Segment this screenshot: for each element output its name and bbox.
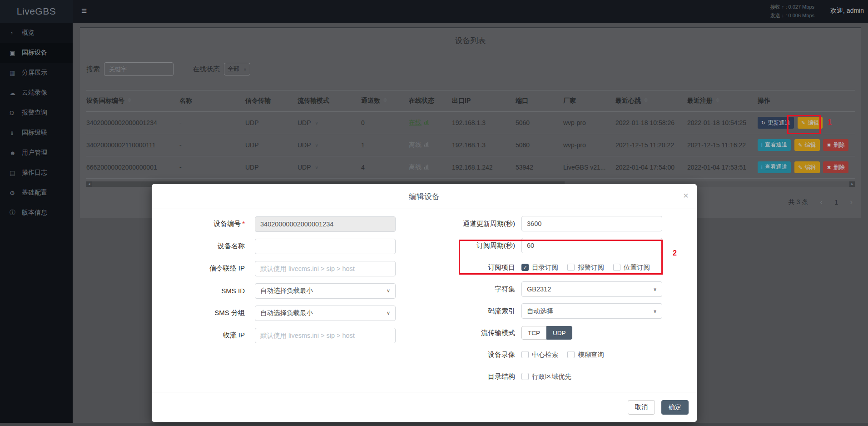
sidebar-item-operation-log[interactable]: ▤操作日志 xyxy=(0,163,73,183)
vendor: wvp-pro xyxy=(563,141,615,149)
last-register: 2021-12-15 11:16:22 xyxy=(687,141,758,149)
sms-group-label: SMS 分组 xyxy=(152,309,245,317)
alarm-subscribe-checkbox[interactable]: 报警订阅 xyxy=(567,263,604,272)
stream-index-select[interactable]: 自动选择∨ xyxy=(521,303,662,319)
vendor: wvp-pro xyxy=(563,119,615,126)
x-icon: ✖ xyxy=(827,142,831,148)
users-icon: ☻ xyxy=(10,150,22,156)
search-input[interactable] xyxy=(104,62,174,76)
col-last-register[interactable]: 最近注册 xyxy=(687,97,758,105)
update-channels-button[interactable]: ↻更新通道 xyxy=(758,117,794,129)
stream-mode-select[interactable]: UDP∨ xyxy=(298,119,361,126)
sidebar-item-basic-config[interactable]: ⚙基础配置 xyxy=(0,183,73,203)
close-icon[interactable]: × xyxy=(683,190,689,201)
edit-button[interactable]: ✎编辑 xyxy=(798,117,823,129)
last-register: 2022-01-04 17:53:51 xyxy=(687,164,758,171)
sidebar-item-gb-cascade[interactable]: ⇪国标级联 xyxy=(0,123,73,143)
scroll-right-icon[interactable]: ▸ xyxy=(849,181,855,187)
stream-mode-select[interactable]: UDP∨ xyxy=(298,164,361,171)
confirm-button[interactable]: 确定 xyxy=(661,400,689,415)
scroll-left-icon[interactable]: ◂ xyxy=(86,181,92,187)
next-page-icon[interactable]: › xyxy=(850,197,853,207)
position-subscribe-checkbox[interactable]: 位置订阅 xyxy=(613,263,650,272)
subscribe-period-field[interactable] xyxy=(521,238,662,253)
modal-header: 编辑设备 × xyxy=(152,184,697,209)
online-status-select[interactable]: 全部 ∨ xyxy=(224,63,250,75)
outbound-ip: 192.168.1.3 xyxy=(452,119,516,126)
fuzzy-query-checkbox[interactable]: 模糊查询 xyxy=(567,351,604,359)
center-search-checkbox[interactable]: 中心检索 xyxy=(521,351,558,359)
x-icon: ✖ xyxy=(827,165,831,170)
cancel-button[interactable]: 取消 xyxy=(628,400,655,415)
sidebar-item-user-management[interactable]: ☻用户管理 xyxy=(0,143,73,163)
row-actions: i查看通道 ✎编辑 ✖删除 xyxy=(758,161,853,174)
hamburger-menu-icon[interactable]: ≡ xyxy=(81,5,87,16)
table-row: 66620000002000000001 - UDP UDP∨ 4 离线 192… xyxy=(86,156,855,179)
tcp-option[interactable]: TCP xyxy=(521,326,546,340)
sidebar-item-cloud-recording[interactable]: ☁云端录像 xyxy=(0,83,73,103)
required-mark: * xyxy=(242,220,245,227)
admin-region-priority-checkbox[interactable]: 行政区域优先 xyxy=(521,372,571,381)
udp-option[interactable]: UDP xyxy=(546,326,572,340)
chevron-down-icon: ∨ xyxy=(653,286,657,292)
sidebar-item-overview[interactable]: ◔概览 xyxy=(0,23,73,43)
sidebar-item-split-screen[interactable]: ▦分屏展示 xyxy=(0,63,73,83)
info-icon: i xyxy=(761,165,762,170)
edit-button[interactable]: ✎编辑 xyxy=(794,139,819,151)
channel-count: 0 xyxy=(361,119,409,126)
edit-device-modal: 编辑设备 × 设备编号* 设备名称 信令联络 IP SMS ID 自动选择负载最… xyxy=(152,184,697,422)
col-outbound-ip: 出口IP xyxy=(452,97,516,105)
last-heartbeat: 2022-01-04 17:54:00 xyxy=(615,164,687,171)
device-name: - xyxy=(179,141,245,149)
last-heartbeat: 2021-12-15 11:20:22 xyxy=(615,141,687,149)
catalog-structure-label: 目录结构 xyxy=(424,372,515,381)
view-channels-button[interactable]: i查看通道 xyxy=(758,161,791,173)
brand-logo: LiveGBS xyxy=(0,0,73,23)
info-icon: i xyxy=(761,142,762,148)
sidebar-item-gb-devices[interactable]: ▣国标设备 xyxy=(0,43,73,63)
outbound-ip: 192.168.1.242 xyxy=(452,164,516,171)
last-register: 2022-01-18 10:54:25 xyxy=(687,119,758,126)
view-channels-button[interactable]: i查看通道 xyxy=(758,139,791,151)
table-row: 34020000002000001234 - UDP UDP∨ 0 在线 192… xyxy=(86,112,855,134)
channel-refresh-period-label: 通道更新周期(秒) xyxy=(424,220,515,228)
col-name: 名称 xyxy=(179,97,245,105)
sidebar-item-version-info[interactable]: ⓘ版本信息 xyxy=(0,203,73,223)
online-status-label: 在线状态 xyxy=(193,65,220,74)
modal-title: 编辑设备 xyxy=(152,184,697,209)
sms-id-select[interactable]: 自动选择负载最小∨ xyxy=(255,283,396,299)
channel-refresh-period-field[interactable] xyxy=(521,216,662,231)
device-name-field[interactable] xyxy=(255,239,396,254)
app-root: LiveGBS ≡ 接收 ↑ : 0.027 Mbps 发送 ↓ : 0.006… xyxy=(0,0,868,426)
charset-select[interactable]: GB2312∨ xyxy=(521,281,662,297)
chevron-down-icon: ∨ xyxy=(315,165,318,170)
col-device-id[interactable]: 设备国标编号 xyxy=(86,97,179,105)
recv-rate: 接收 ↑ : 0.027 Mbps xyxy=(770,3,814,11)
edit-button[interactable]: ✎编辑 xyxy=(794,161,819,173)
file-icon: ▤ xyxy=(10,170,22,176)
sms-group-select[interactable]: 自动选择负载最小∨ xyxy=(255,306,396,321)
stream-receive-ip-field[interactable] xyxy=(255,328,396,343)
outbound-ip: 192.168.1.3 xyxy=(452,141,516,149)
signal-contact-ip-field[interactable] xyxy=(255,261,396,276)
prev-page-icon[interactable]: ‹ xyxy=(820,197,823,207)
col-channels[interactable]: 通道数 xyxy=(361,97,409,105)
down-arrow-icon: ↓ xyxy=(782,13,784,18)
delete-button[interactable]: ✖删除 xyxy=(823,161,848,173)
catalog-subscribe-checkbox[interactable]: ✓目录订阅 xyxy=(521,263,558,272)
delete-button[interactable]: ✖删除 xyxy=(823,139,848,151)
table-row: 34020000002110000111 - UDP UDP∨ 1 离线 192… xyxy=(86,134,855,156)
online-status: 在线 xyxy=(409,119,452,127)
page-title: 设备列表 xyxy=(80,28,861,46)
stream-mode-select[interactable]: UDP∨ xyxy=(298,141,361,149)
device-id: 34020000002000001234 xyxy=(86,119,179,126)
charset-label: 字符集 xyxy=(424,285,515,294)
sidebar-item-alarm-query[interactable]: Ω报警查询 xyxy=(0,103,73,123)
col-last-heartbeat[interactable]: 最近心跳 xyxy=(615,97,687,105)
cloud-upload-icon: ⇪ xyxy=(10,130,22,136)
checkbox-icon xyxy=(613,264,620,271)
page-number[interactable]: 1 xyxy=(834,199,838,206)
device-id-field[interactable] xyxy=(255,216,396,232)
info-icon: ⓘ xyxy=(10,209,22,217)
device-table: 设备国标编号 名称 信令传输 流传输模式 通道数 在线状态 出口IP 端口 厂家… xyxy=(86,90,855,179)
